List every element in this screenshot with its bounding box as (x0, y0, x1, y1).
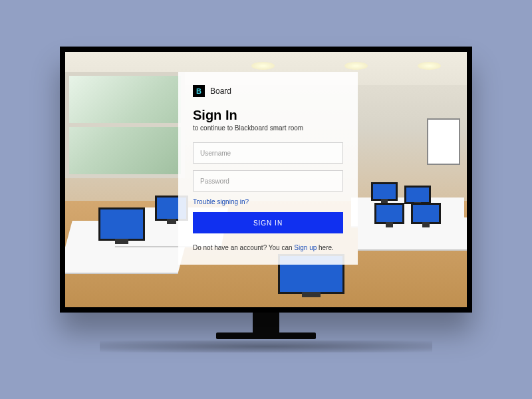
signup-prefix: Do not have an account? You can (193, 244, 294, 251)
trouble-signing-in-link[interactable]: Trouble signing in? (193, 198, 343, 205)
sign-up-link[interactable]: Sign up (294, 244, 317, 251)
brand: B Board (193, 85, 343, 97)
sign-in-button[interactable]: SIGN IN (193, 212, 343, 233)
computer-monitor (98, 207, 145, 241)
computer-monitor (404, 186, 431, 204)
monitor-shadow (100, 340, 432, 352)
monitor-stand-neck (253, 313, 279, 332)
monitor-stand-base (216, 332, 316, 339)
monitor-screen: B Board Sign In to continue to Blackboar… (60, 47, 472, 313)
computer-monitor (411, 203, 441, 224)
page-subtitle: to continue to Blackboard smart room (193, 124, 343, 132)
computer-monitor (374, 203, 404, 224)
brand-name: Board (210, 86, 231, 96)
ceiling-lamp (344, 62, 368, 70)
ceiling-lamp (251, 62, 275, 70)
computer-monitor (371, 182, 398, 201)
screen-content: B Board Sign In to continue to Blackboar… (65, 52, 467, 307)
username-field[interactable] (193, 142, 343, 164)
signup-suffix: here. (317, 244, 334, 251)
login-card: B Board Sign In to continue to Blackboar… (178, 72, 358, 265)
ceiling-lamp (418, 62, 441, 70)
page-title: Sign In (193, 108, 343, 123)
window (65, 72, 185, 178)
monitor-frame: B Board Sign In to continue to Blackboar… (60, 47, 472, 352)
whiteboard (427, 118, 460, 165)
brand-icon: B (193, 85, 205, 97)
password-field[interactable] (193, 170, 343, 192)
signup-text: Do not have an account? You can Sign up … (193, 244, 343, 251)
